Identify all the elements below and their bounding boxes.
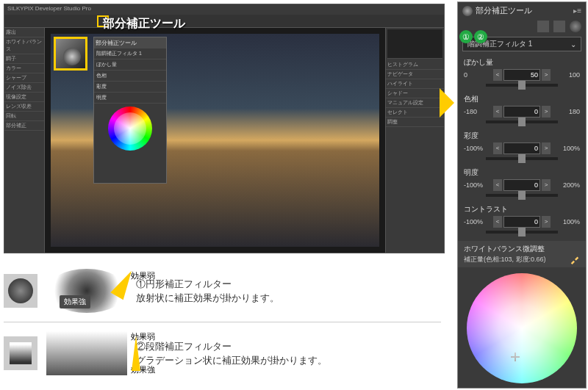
increment-button[interactable]: > (542, 179, 551, 191)
mini-slider[interactable]: 明度 (94, 93, 166, 104)
slider-label: 明度 (464, 167, 580, 178)
right-item[interactable]: ヒストグラム (386, 60, 444, 70)
slider-track[interactable] (486, 120, 558, 123)
slider-thumb[interactable] (518, 228, 526, 236)
paste-icon[interactable] (553, 21, 565, 32)
left-item[interactable]: 露出 (4, 28, 44, 37)
right-item[interactable]: ハイライト (386, 79, 444, 89)
slider-max: 100% (558, 145, 580, 152)
slider-group: 彩度-100%<>100% (458, 128, 586, 165)
mini-panel-title: 部分補正ツール (94, 37, 166, 48)
slider-track[interactable] (486, 84, 558, 87)
left-item[interactable]: レンズ収差 (4, 102, 44, 112)
slider-min: -180 (464, 108, 486, 115)
decrement-button[interactable]: < (493, 106, 502, 118)
slider-thumb[interactable] (518, 118, 526, 126)
arrow-icon (440, 88, 454, 118)
mini-dropdown[interactable]: 階調補正フィルタ 1 (94, 48, 166, 59)
legend2-desc: グラデーション状に補正効果が掛かります。 (136, 353, 445, 368)
wedge-icon (132, 336, 140, 371)
legend2-title: ②段階補正フィルター (136, 339, 445, 354)
slider-label: コントラスト (464, 204, 580, 214)
left-item[interactable]: 部分補正 (4, 121, 44, 131)
slider-track[interactable] (486, 231, 558, 234)
right-item[interactable]: ナビゲータ (386, 70, 444, 79)
slider-max: 200% (558, 181, 580, 189)
slider-max: 180 (558, 108, 580, 115)
decrement-button[interactable]: < (493, 142, 502, 154)
slider-max: 100 (558, 71, 580, 79)
right-item[interactable]: セレクト (386, 108, 444, 118)
left-item[interactable]: ホワイトバランス (4, 37, 44, 54)
gradient-filter-icon (4, 336, 37, 370)
partial-correction-panel: 部分補正ツール ▸≡ ① ② 階調補正フィルタ 1 ⌄ ぼかし量0<>100色相… (457, 1, 587, 389)
slider-value-input[interactable] (503, 142, 540, 154)
marker-1: ① (459, 30, 473, 43)
white-balance-section: ホワイトバランス微調整 補正量(色相:103, 彩度:0.66) (458, 241, 586, 267)
left-item[interactable]: 調子 (4, 54, 44, 64)
right-item[interactable]: シャドー (386, 89, 444, 98)
increment-button[interactable]: > (542, 69, 551, 81)
circular-filter-icon (4, 274, 37, 308)
slider-min: -100% (464, 145, 486, 152)
panel-menu-icon[interactable]: ▸≡ (573, 7, 581, 15)
slider-group: 明度-100%<>200% (458, 165, 586, 201)
left-item[interactable]: 回転 (4, 112, 44, 121)
app-window: SILKYPIX Developer Studio Pro 露出 ホワイトバラン… (4, 4, 445, 253)
eyedropper-icon[interactable] (570, 254, 580, 264)
increment-button[interactable]: > (542, 142, 551, 154)
left-item[interactable]: 現像設定 (4, 93, 44, 102)
slider-thumb[interactable] (518, 81, 526, 90)
image-viewport[interactable]: 部分補正ツール 階調補正フィルタ 1 ぼかし量 色相 彩度 明度 (45, 28, 385, 253)
left-item[interactable]: シャープ (4, 73, 44, 83)
mini-slider[interactable]: 色相 (94, 71, 166, 82)
copy-icon[interactable] (537, 21, 549, 32)
color-wheel[interactable] (467, 273, 577, 383)
histogram (387, 29, 442, 59)
legend1-desc: 放射状に補正効果が掛かります。 (136, 291, 445, 306)
slider-min: -100% (464, 181, 486, 189)
legend1-title: ①円形補正フィルター (136, 277, 445, 292)
preview-image: 部分補正ツール 階調補正フィルタ 1 ぼかし量 色相 彩度 明度 (51, 34, 379, 247)
slider-label: 彩度 (464, 131, 580, 141)
floating-partial-correction-panel[interactable]: 部分補正ツール 階調補正フィルタ 1 ぼかし量 色相 彩度 明度 (93, 37, 167, 184)
radial-effect-visual: 効果弱 効果強 (46, 269, 127, 313)
slider-thumb[interactable] (518, 191, 526, 200)
increment-button[interactable]: > (542, 106, 551, 118)
preview-icon[interactable] (570, 21, 581, 32)
slider-label: 色相 (464, 94, 580, 104)
increment-button[interactable]: > (542, 216, 551, 228)
slider-thumb[interactable] (518, 154, 526, 163)
filter-preview-thumbnail[interactable] (54, 37, 87, 71)
slider-value-input[interactable] (503, 106, 540, 118)
color-wheel-cursor[interactable] (511, 353, 520, 361)
left-item[interactable]: ノイズ除去 (4, 83, 44, 93)
slider-track[interactable] (486, 157, 558, 160)
slider-value-input[interactable] (503, 179, 540, 191)
slider-value-input[interactable] (503, 69, 540, 81)
app-toolbar[interactable] (4, 15, 444, 28)
mini-slider[interactable]: ぼかし量 (94, 59, 166, 71)
callout-tool-name: 部分補正ツール (103, 16, 185, 32)
left-adjustment-panel: 露出 ホワイトバランス 調子 カラー シャープ ノイズ除去 現像設定 レンズ収差… (4, 28, 45, 253)
linear-effect-visual: 効果弱 効果強 (46, 331, 127, 375)
decrement-button[interactable]: < (493, 69, 502, 81)
mini-slider[interactable]: 彩度 (94, 82, 166, 93)
chevron-down-icon: ⌄ (570, 40, 576, 48)
legend-section: 効果弱 効果強 ①円形補正フィルター 放射状に補正効果が掛かります。 効果弱 効… (4, 264, 445, 380)
slider-track[interactable] (486, 194, 558, 197)
slider-min: 0 (464, 71, 486, 79)
right-info-panel: ヒストグラム ナビゲータ ハイライト シャドー マニュアル設定 セレクト 調整 (385, 28, 444, 253)
slider-group: 色相-180<>180 (458, 91, 586, 128)
right-item[interactable]: マニュアル設定 (386, 98, 444, 108)
slider-max: 100% (558, 218, 580, 225)
right-item[interactable]: 調整 (386, 118, 444, 127)
divider (4, 322, 441, 322)
panel-title: 部分補正ツール (476, 5, 573, 16)
left-item[interactable]: カラー (4, 64, 44, 73)
decrement-button[interactable]: < (493, 179, 502, 191)
mini-color-wheel[interactable] (108, 106, 152, 151)
decrement-button[interactable]: < (493, 216, 502, 228)
slider-value-input[interactable] (503, 216, 540, 228)
wb-values: 補正量(色相:103, 彩度:0.66) (464, 255, 546, 264)
